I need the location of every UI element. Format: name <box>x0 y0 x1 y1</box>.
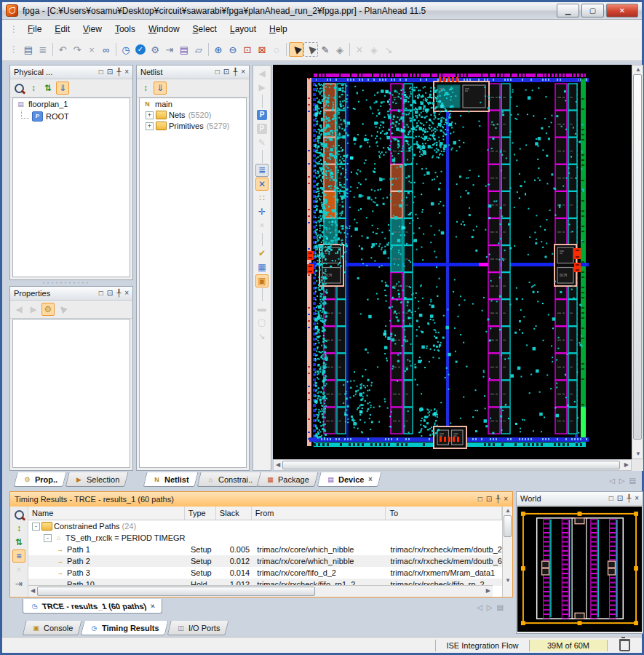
close-icon[interactable]: × <box>368 475 373 483</box>
tab-device[interactable]: ▤Device× <box>317 472 381 487</box>
fwd-icon[interactable]: ▶ <box>27 303 40 316</box>
tree-item-root[interactable]: PROOT <box>13 109 130 122</box>
tab-pager[interactable]: ◁▷▤ <box>477 603 504 611</box>
goto-icon[interactable]: ⇥ <box>12 577 25 590</box>
scroll-up-icon[interactable]: ▲ <box>505 508 511 514</box>
save-icon[interactable]: ▤ <box>21 42 36 57</box>
export-icon[interactable]: ⇥ <box>162 42 177 57</box>
timing-row-path-2[interactable]: →Path 2Setup0.012trimac/rx/core/which_ni… <box>28 555 502 567</box>
menu-layout[interactable]: Layout <box>223 22 263 36</box>
column-header-from[interactable]: From <box>252 507 386 520</box>
expander-icon[interactable]: + <box>146 122 154 130</box>
scrollto-icon[interactable]: ⇓ <box>56 82 69 95</box>
redo-icon[interactable]: ↷ <box>70 42 84 57</box>
expand-icon[interactable]: ⇅ <box>12 536 25 549</box>
delete-icon[interactable]: × <box>84 42 99 57</box>
timing-horizontal-scrollbar[interactable]: ◀ ▶ <box>28 585 493 597</box>
cube-check-icon[interactable]: ▣ <box>255 274 269 287</box>
tab-netlist[interactable]: NNetlist <box>143 472 199 487</box>
routes-icon[interactable]: ✕ <box>255 178 269 191</box>
expand-icon[interactable]: ⇅ <box>41 82 55 95</box>
tree-item-floorplan_1[interactable]: ▤floorplan_1 <box>13 98 130 109</box>
timing-row-path-3[interactable]: →Path 3Setup0.014trimac/rx/core/fifo_d_2… <box>28 567 502 579</box>
scroll-right-icon[interactable]: ▶ <box>624 462 629 468</box>
collapse-icon[interactable]: ↕ <box>27 82 40 95</box>
world-overview-canvas[interactable] <box>517 507 642 632</box>
diamond-icon[interactable]: ◈ <box>367 42 381 57</box>
diamond-icon[interactable]: ◈ <box>333 42 347 57</box>
arrow2-icon[interactable]: ↘ <box>381 42 396 57</box>
trash-cell[interactable] <box>607 640 642 651</box>
scrollbar-thumb[interactable] <box>504 515 512 537</box>
tools-icon[interactable]: ⚙ <box>148 42 162 57</box>
measure-icon[interactable]: ▱ <box>191 42 206 57</box>
propgear-icon[interactable]: ⚙ <box>41 303 55 316</box>
device-horizontal-scrollbar[interactable]: ◀ ▶ <box>273 459 632 471</box>
pblock-icon[interactable]: P <box>255 122 269 135</box>
search-icon[interactable] <box>12 82 25 95</box>
device-floorplan-canvas[interactable]: DCMDCM <box>273 65 632 459</box>
tab-selection[interactable]: ▶Selection <box>65 472 129 487</box>
zoom-in-icon[interactable]: ⊕ <box>211 42 226 57</box>
tab-constrai-[interactable]: ⌂Constrai.. <box>196 472 261 487</box>
timing-panel-buttons[interactable]: □⊡╀× <box>478 496 508 503</box>
scroll-down-icon[interactable]: ▼ <box>505 578 511 584</box>
maximize-button[interactable]: ▢ <box>581 4 604 17</box>
bell-check-icon[interactable]: ✔ <box>255 247 269 260</box>
timer-icon[interactable]: ◷ <box>119 42 133 57</box>
marquee-icon[interactable]: ▢ <box>255 316 269 329</box>
tab-console[interactable]: ▣Console <box>23 621 82 635</box>
stamp-icon[interactable]: ✎ <box>255 136 269 149</box>
draw-pblock-icon[interactable]: ✎ <box>318 42 333 57</box>
trce-results-tab[interactable]: ◷ TRCE - results_1 (60 paths) × <box>23 599 162 614</box>
trash-icon[interactable] <box>619 639 630 651</box>
move-icon[interactable]: ✛ <box>255 205 269 218</box>
scrollbar-thumb[interactable] <box>37 587 315 596</box>
book-icon[interactable]: ▤ <box>177 42 191 57</box>
expander-icon[interactable]: - <box>44 534 52 542</box>
menu-help[interactable]: Help <box>263 22 294 36</box>
zoom-selection-icon[interactable]: ⊡ <box>240 42 255 57</box>
scroll-left-icon[interactable]: ◀ <box>276 462 280 468</box>
select-area-icon[interactable]: ▶ <box>303 42 318 57</box>
fwd-icon[interactable]: ▶ <box>255 81 269 94</box>
select-icon[interactable]: ▶ <box>289 42 303 57</box>
collapse-icon[interactable]: ↕ <box>12 522 25 535</box>
device-vertical-scrollbar[interactable]: ▲ ▼ <box>632 65 643 459</box>
undo-icon[interactable]: ↶ <box>55 42 70 57</box>
scrollbar-thumb[interactable] <box>282 461 620 469</box>
brush-icon[interactable]: ▬ <box>255 302 269 315</box>
timing-table-header[interactable]: NameTypeSlackFromTo <box>28 507 502 520</box>
netlist-tree[interactable]: Nmain+Nets(5520)+Primitives(5279) <box>139 98 247 468</box>
world-panel-buttons[interactable]: □⊡╀× <box>609 495 639 502</box>
zoom-out-icon[interactable]: ⊖ <box>226 42 240 57</box>
menu-select[interactable]: Select <box>186 22 223 36</box>
tree-item-main[interactable]: Nmain <box>140 98 246 109</box>
cursor-icon[interactable]: ▶ <box>56 303 69 316</box>
scrollbar-thumb[interactable] <box>633 74 642 440</box>
scroll-down-icon[interactable]: ▼ <box>635 451 641 457</box>
scrollto-icon[interactable]: ⇓ <box>154 82 167 95</box>
panel-splitter[interactable]: ··········· <box>42 281 90 285</box>
zoom-fit-icon[interactable]: ⊠ <box>255 42 269 57</box>
grid-check-icon[interactable]: ▦ <box>255 261 269 274</box>
find-icon[interactable]: ∞ <box>99 42 114 57</box>
tree-item-nets[interactable]: +Nets(5520) <box>140 109 246 120</box>
delete-icon[interactable]: × <box>12 563 25 576</box>
check-icon[interactable]: ✓ <box>133 42 148 57</box>
search-icon[interactable] <box>12 508 25 521</box>
zoom-back-icon[interactable]: ◌ <box>269 42 284 57</box>
scroll-left-icon[interactable]: ◀ <box>31 588 35 594</box>
add-pblock-icon[interactable]: P <box>255 108 269 122</box>
expander-icon[interactable]: - <box>32 523 40 531</box>
minimize-button[interactable]: ▁ <box>557 4 579 17</box>
hier-icon[interactable]: ≡ <box>12 549 25 563</box>
tab-package[interactable]: ▦Package <box>257 472 319 487</box>
timing-row-path-1[interactable]: →Path 1Setup0.005trimac/rx/core/which_ni… <box>28 544 502 555</box>
menu-file[interactable]: File <box>21 22 48 36</box>
tab-prop-[interactable]: ⚙Prop.. <box>14 472 67 487</box>
column-header-name[interactable]: Name <box>28 507 185 520</box>
column-header-slack[interactable]: Slack <box>216 507 252 520</box>
physical-tree[interactable]: ▤floorplan_1PROOT <box>12 98 130 277</box>
menu-edit[interactable]: Edit <box>48 22 76 36</box>
